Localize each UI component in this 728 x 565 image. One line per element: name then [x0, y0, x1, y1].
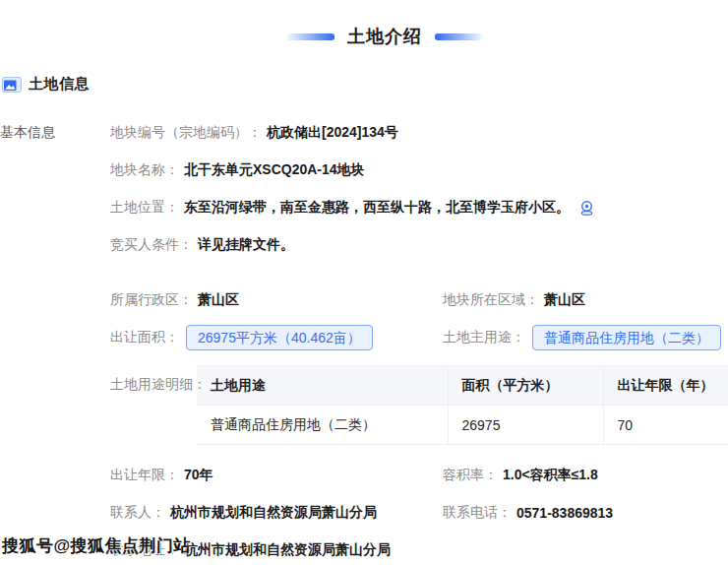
land-use-table: 土地用途 面积（平方米） 出让年限（年） 普通商品住房用地（二类） 26975 …: [197, 365, 728, 445]
field-value: 杭政储出[2024]134号: [267, 124, 398, 142]
field-value: 0571-83869813: [516, 505, 613, 521]
title-decor-bar-left: [286, 33, 334, 40]
table-header-row: 土地用途 面积（平方米） 出让年限（年）: [197, 366, 728, 406]
row-parcel-code: 地块编号（宗地编码）： 杭政储出[2024]134号: [110, 114, 728, 152]
land-info-panel: 基本信息 地块编号（宗地编码）： 杭政储出[2024]134号 地块名称： 北干…: [0, 114, 728, 565]
field-label: 竞买人条件：: [110, 236, 193, 254]
field-value: 详见挂牌文件。: [198, 236, 294, 254]
page-title-block: 土地介绍: [21, 0, 728, 48]
field-label: 地块所在区域：: [443, 291, 539, 309]
table-row: 普通商品住房用地（二类） 26975 70: [197, 406, 728, 445]
land-use-detail-block: 土地用途明细： 土地用途 面积（平方米） 出让年限（年） 普通商品住房用地（二类…: [110, 365, 728, 445]
field-value: 杭州市规划和自然资源局萧山分局: [170, 504, 377, 522]
row-location: 土地位置： 东至沿河绿带，南至金惠路，西至纵十路，北至博学玉府小区。: [110, 189, 728, 226]
row-area-mainuse: 出让面积： 26975平方米（40.462亩） 土地主用途： 普通商品住房用地（…: [110, 319, 728, 356]
field-label: 联系电话：: [443, 504, 512, 522]
section-title: 土地信息: [29, 75, 90, 94]
cell-land-use: 普通商品住房用地（二类）: [197, 406, 448, 445]
image-icon: [2, 77, 22, 93]
cell-years: 70: [603, 406, 728, 445]
table-header-area: 面积（平方米）: [448, 366, 603, 406]
field-label: 所属行政区：: [110, 291, 193, 309]
field-label: 土地用途明细：: [110, 376, 207, 394]
title-decor-bar-right: [435, 33, 483, 40]
field-label: 联系人：: [110, 504, 165, 522]
table-header-use: 土地用途: [197, 366, 448, 406]
table-header-years: 出让年限（年）: [603, 366, 728, 406]
page-title: 土地介绍: [347, 25, 422, 48]
field-label: 出让面积：: [110, 329, 179, 346]
field-value: 杭州市规划和自然资源局萧山分局: [184, 541, 391, 559]
field-value: 东至沿河绿带，南至金惠路，西至纵十路，北至博学玉府小区。: [184, 199, 570, 217]
field-label: 出让年限：: [110, 467, 179, 484]
transfer-area-tag: 26975平方米（40.462亩）: [186, 325, 373, 350]
main-use-tag: 普通商品住房用地（二类）: [532, 325, 721, 350]
field-value: 萧山区: [544, 291, 585, 309]
row-contact: 联系人： 杭州市规划和自然资源局萧山分局 联系电话： 0571-83869813: [110, 494, 728, 532]
row-district-region: 所属行政区： 萧山区 地块所在区域： 萧山区: [110, 282, 728, 319]
field-label: 地块名称：: [110, 161, 179, 179]
field-label: 地块编号（宗地编码）：: [110, 124, 262, 142]
field-value: 70年: [184, 467, 213, 484]
row-bidder-condition: 竞买人条件： 详见挂牌文件。: [110, 226, 728, 264]
row-contact-address: 联系地址： 杭州市规划和自然资源局萧山分局: [110, 532, 728, 565]
field-value: 萧山区: [198, 291, 239, 309]
map-location-pin-icon[interactable]: [577, 199, 596, 218]
row-parcel-name: 地块名称： 北干东单元XSCQ20A-14地块: [110, 152, 728, 189]
row-years-ratio: 出让年限： 70年 容积率： 1.0<容积率≤1.8: [110, 457, 728, 494]
field-label: 联系地址：: [110, 541, 179, 559]
field-value: 北干东单元XSCQ20A-14地块: [184, 161, 365, 179]
field-label: 土地主用途：: [443, 329, 525, 346]
field-label: 容积率：: [443, 467, 498, 484]
section-header: 土地信息: [0, 75, 728, 94]
field-label: 土地位置：: [110, 199, 179, 217]
cell-area: 26975: [448, 406, 603, 445]
group-label-basic-info: 基本信息: [0, 124, 55, 142]
field-value: 1.0<容积率≤1.8: [503, 467, 598, 484]
